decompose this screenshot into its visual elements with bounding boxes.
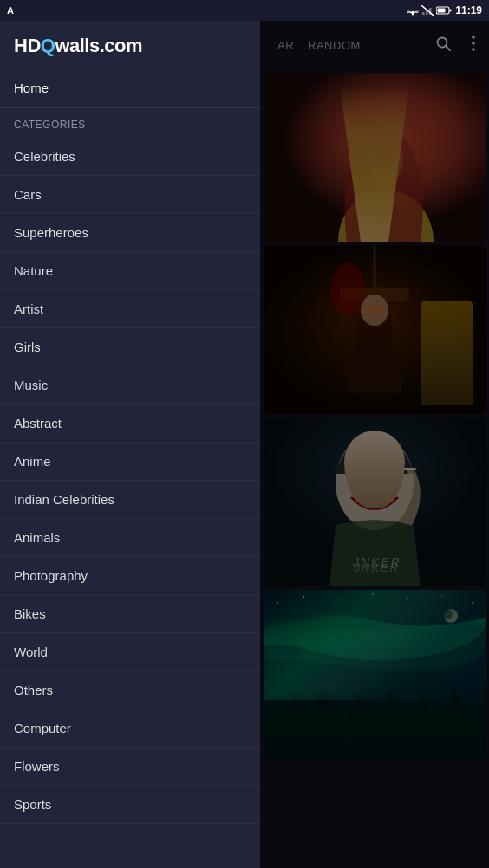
svg-rect-7 bbox=[450, 10, 452, 12]
sidebar-item-flowers[interactable]: Flowers bbox=[0, 748, 260, 786]
status-icons bbox=[407, 5, 452, 16]
logo-q: Q bbox=[41, 35, 55, 56]
sidebar-item-photography[interactable]: Photography bbox=[0, 557, 260, 595]
status-indicator: A bbox=[7, 5, 14, 16]
sidebar-item-computer[interactable]: Computer bbox=[0, 709, 260, 748]
logo-rest: walls.com bbox=[55, 35, 142, 56]
sidebar-item-abstract[interactable]: Abstract bbox=[0, 405, 260, 443]
sidebar-item-music[interactable]: Music bbox=[0, 366, 260, 405]
signal-icon bbox=[421, 5, 434, 16]
sidebar-overlay[interactable] bbox=[260, 21, 489, 868]
sidebar-item-world[interactable]: World bbox=[0, 633, 260, 671]
sidebar-item-artist[interactable]: Artist bbox=[0, 290, 260, 328]
app-logo: HDQwalls.com bbox=[14, 35, 246, 57]
svg-rect-6 bbox=[438, 9, 446, 13]
main-content: AR RANDOM bbox=[260, 21, 489, 868]
sidebar-item-girls[interactable]: Girls bbox=[0, 328, 260, 366]
sidebar-item-animals[interactable]: Animals bbox=[0, 519, 260, 557]
logo-hd: HD bbox=[14, 35, 41, 56]
sidebar-item-home[interactable]: Home bbox=[0, 68, 260, 108]
app-container: HDQwalls.com Home Categories Celebrities… bbox=[0, 21, 489, 868]
svg-rect-1 bbox=[422, 12, 425, 15]
sidebar-item-celebrities[interactable]: Celebrities bbox=[0, 138, 260, 176]
home-label: Home bbox=[14, 81, 49, 95]
status-bar: A 11:19 bbox=[0, 0, 489, 21]
sidebar-drawer: HDQwalls.com Home Categories Celebrities… bbox=[0, 21, 260, 868]
sidebar-item-anime[interactable]: Anime bbox=[0, 443, 260, 481]
categories-section-label: Categories bbox=[0, 108, 260, 138]
sidebar-item-others[interactable]: Others bbox=[0, 671, 260, 709]
sidebar-item-indian-celebrities[interactable]: Indian Celebrities bbox=[0, 481, 260, 519]
sidebar-item-superheroes[interactable]: Superheroes bbox=[0, 214, 260, 252]
sidebar-item-bikes[interactable]: Bikes bbox=[0, 595, 260, 633]
wifi-icon bbox=[407, 5, 419, 16]
status-right: 11:19 bbox=[407, 4, 482, 16]
sidebar-header: HDQwalls.com bbox=[0, 21, 260, 68]
sidebar-item-cars[interactable]: Cars bbox=[0, 176, 260, 214]
time-display: 11:19 bbox=[455, 4, 482, 16]
battery-icon bbox=[436, 5, 452, 16]
svg-point-0 bbox=[412, 14, 414, 16]
sidebar-item-sports[interactable]: Sports bbox=[0, 786, 260, 824]
sidebar-item-nature[interactable]: Nature bbox=[0, 252, 260, 290]
